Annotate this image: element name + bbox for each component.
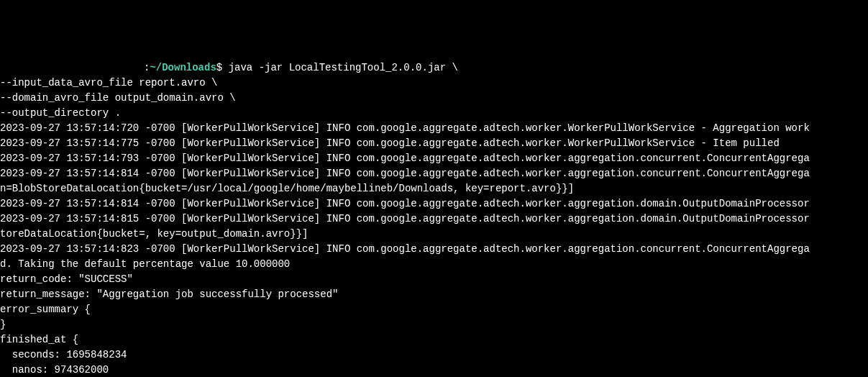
log-line: 2023-09-27 13:57:14:720 -0700 [WorkerPul… [0,122,810,134]
log-line: 2023-09-27 13:57:14:823 -0700 [WorkerPul… [0,243,810,255]
command-line-3: --domain_avro_file output_domain.avro \ [0,92,236,104]
prompt-path: ~/Downloads [150,62,216,73]
log-line: } [0,319,6,330]
log-line: return_code: "SUCCESS" [0,273,133,285]
terminal-window[interactable]: :~/Downloads$ java -jar LocalTestingTool… [0,60,868,377]
log-line: nanos: 974362000 [0,364,109,376]
prompt-dollar: $ [216,62,222,73]
log-line: error_summary { [0,304,91,315]
log-line: toreDataLocation{bucket=, key=output_dom… [0,228,308,240]
prompt-line: :~/Downloads$ java -jar LocalTestingTool… [0,62,458,73]
log-line: n=BlobStoreDataLocation{bucket=/usr/loca… [0,183,574,194]
log-line: 2023-09-27 13:57:14:814 -0700 [WorkerPul… [0,198,810,209]
redacted-hostname [0,60,144,76]
log-line: return_message: "Aggregation job success… [0,289,338,300]
log-line: 2023-09-27 13:57:14:775 -0700 [WorkerPul… [0,137,780,149]
log-line: d. Taking the default percentage value 1… [0,258,290,270]
command-line-2: --input_data_avro_file report.avro \ [0,77,217,88]
log-line: 2023-09-27 13:57:14:814 -0700 [WorkerPul… [0,168,810,179]
log-line: 2023-09-27 13:57:14:815 -0700 [WorkerPul… [0,213,810,224]
command-line-4: --output_directory . [0,107,121,119]
command-part-1: java -jar LocalTestingTool_2.0.0.jar \ [222,62,458,73]
log-line: 2023-09-27 13:57:14:793 -0700 [WorkerPul… [0,153,810,164]
log-line: finished_at { [0,334,78,345]
log-line: seconds: 1695848234 [0,349,127,360]
